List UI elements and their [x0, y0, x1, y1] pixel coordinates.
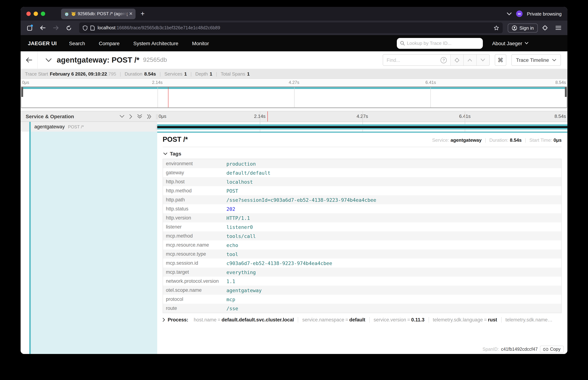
prev-result-button[interactable]: [463, 55, 476, 65]
zoom-window-button[interactable]: [41, 12, 45, 16]
tag-row[interactable]: http.hostlocalhost: [163, 177, 561, 186]
expand-one-chevron-right-icon[interactable]: [129, 114, 132, 119]
timeline-header-row: Service & Operation 0μs2.14s4.27s6.41s8.…: [21, 111, 567, 122]
back-button[interactable]: [37, 23, 48, 33]
browser-tab[interactable]: 92565db: POST /* (agentgate ✕: [61, 8, 135, 19]
collapse-header-chevron-icon[interactable]: [46, 58, 52, 62]
copy-span-link-button[interactable]: Copy: [540, 346, 564, 353]
minimize-window-button[interactable]: [34, 12, 38, 16]
nav-item-search[interactable]: Search: [69, 40, 85, 46]
minimap-right-drag-handle[interactable]: [565, 87, 567, 97]
tag-row[interactable]: mcp.methodtools/call: [163, 231, 561, 240]
process-item: service.namespace=default: [298, 317, 369, 323]
span-operation-name: POST /*: [68, 124, 84, 129]
menu-hamburger-icon[interactable]: [553, 23, 564, 33]
browser-tab-bar: 92565db: POST /* (agentgate ✕ + ∞ Privat…: [21, 7, 567, 21]
service-label: Service:: [432, 137, 449, 143]
focus-span-button[interactable]: [450, 55, 463, 65]
process-item: telemetry.sdk.language=rust: [428, 317, 501, 323]
keyboard-shortcuts-button[interactable]: ⌘: [495, 54, 506, 66]
next-result-button[interactable]: [476, 55, 489, 65]
tag-value: POST: [223, 186, 561, 195]
nav-item-system-architecture[interactable]: System Architecture: [133, 40, 178, 46]
tag-value: mcp: [223, 295, 561, 304]
tag-row[interactable]: gatewaydefault/default: [163, 168, 561, 177]
find-help-button[interactable]: ?: [437, 55, 450, 65]
timeline-minimap[interactable]: [21, 86, 567, 108]
reload-button[interactable]: [63, 23, 74, 33]
span-duration-bar[interactable]: [157, 124, 567, 129]
nav-item-compare[interactable]: Compare: [99, 40, 120, 46]
tab-title-fade: [117, 8, 127, 19]
tag-key: mcp.method: [163, 231, 223, 240]
collapse-all-double-chevron-icon[interactable]: [137, 114, 142, 119]
chevron-right-icon: [163, 318, 165, 322]
private-browsing-mask-icon: ∞: [516, 10, 523, 17]
bookmark-star-icon[interactable]: [494, 25, 499, 31]
cat-emoji-icon: [71, 11, 76, 16]
span-id-label: SpanID:: [482, 347, 499, 352]
total-spans-label: Total Spans: [221, 71, 245, 76]
tag-row[interactable]: protocolmcp: [163, 295, 561, 304]
link-icon: [543, 348, 548, 351]
url-bar[interactable]: localhost:16686/trace/92565db3c1bef326e7…: [79, 22, 503, 33]
page-info-icon[interactable]: [90, 25, 95, 31]
about-jaeger-menu[interactable]: About Jaeger: [492, 40, 528, 46]
process-item: telemetry.sdk.name…: [501, 317, 557, 323]
collapse-all-chevron-down-icon[interactable]: [120, 115, 124, 118]
tick-label: 8.54s: [555, 80, 566, 85]
shield-icon[interactable]: [83, 25, 88, 31]
close-window-button[interactable]: [26, 12, 31, 16]
command-icon: ⌘: [497, 57, 503, 63]
desktop: 92565db: POST /* (agentgate ✕ + ∞ Privat…: [0, 0, 588, 380]
chevron-down-icon: [552, 59, 556, 61]
tag-row[interactable]: route/sse: [163, 304, 561, 313]
process-item: host.name=default.default.svc.cluster.lo…: [190, 317, 298, 323]
tag-row[interactable]: mcp.resource.nameecho: [163, 240, 561, 249]
tag-row[interactable]: mcp.resource.typetool: [163, 249, 561, 259]
tag-row[interactable]: http.path/sse?sessionId=c903a6d7-eb52-41…: [163, 195, 561, 204]
span-row[interactable]: agentgateway POST /*: [21, 122, 567, 132]
back-to-search-button[interactable]: [21, 51, 37, 69]
forward-button[interactable]: [50, 23, 61, 33]
duration-value: 8.54s: [510, 137, 522, 143]
minimap-left-drag-handle[interactable]: [21, 87, 23, 97]
tag-value: agentgateway: [223, 286, 561, 295]
separator: |: [120, 71, 121, 76]
tag-row[interactable]: http.methodPOST: [163, 186, 561, 195]
sign-in-button[interactable]: Sign in: [508, 23, 538, 32]
extensions-puzzle-icon[interactable]: [540, 23, 551, 33]
tab-list-chevron-icon[interactable]: [507, 12, 512, 15]
tag-row[interactable]: mcp.targeteverything: [163, 267, 561, 277]
tag-row[interactable]: network.protocol.version1.1: [163, 277, 561, 286]
tag-key: mcp.session.id: [163, 259, 223, 267]
tag-row[interactable]: mcp.session.idc903a6d7-eb52-4138-9223-97…: [163, 259, 561, 267]
tag-row[interactable]: listenerlistener0: [163, 222, 561, 231]
trace-id-lookup[interactable]: [397, 38, 483, 49]
expand-all-double-chevron-icon[interactable]: [147, 114, 151, 119]
tag-row[interactable]: http.status202: [163, 204, 561, 213]
trace-id-lookup-input[interactable]: [407, 40, 479, 46]
nav-item-monitor[interactable]: Monitor: [192, 40, 209, 46]
firefox-view-icon[interactable]: [24, 23, 35, 33]
trace-view-selector[interactable]: Trace Timeline: [511, 54, 561, 66]
trace-start-value: February 6 2026, 09:10:22: [50, 71, 107, 76]
span-timeline-cell[interactable]: [157, 122, 567, 132]
span-service-name: agentgateway: [34, 124, 65, 130]
find-input[interactable]: [383, 55, 437, 65]
tag-key: mcp.resource.name: [163, 240, 223, 249]
gridline: [465, 111, 465, 121]
tick-label: 0μs: [22, 80, 29, 85]
new-tab-button[interactable]: +: [141, 10, 145, 18]
process-row[interactable]: Process: host.name=default.default.svc.c…: [163, 317, 562, 323]
duration-label: Duration: [125, 71, 142, 76]
tab-close-icon[interactable]: ✕: [129, 11, 133, 16]
tag-row[interactable]: otel.scope.nameagentgateway: [163, 286, 561, 295]
services-label: Services: [165, 71, 183, 76]
jaeger-brand[interactable]: JAEGER UI: [28, 40, 57, 46]
tag-row[interactable]: http.versionHTTP/1.1: [163, 213, 561, 222]
search-icon: [400, 41, 404, 46]
tag-value: everything: [223, 267, 561, 277]
tag-row[interactable]: environmentproduction: [163, 159, 561, 168]
tags-section-toggle[interactable]: Tags: [163, 151, 562, 156]
